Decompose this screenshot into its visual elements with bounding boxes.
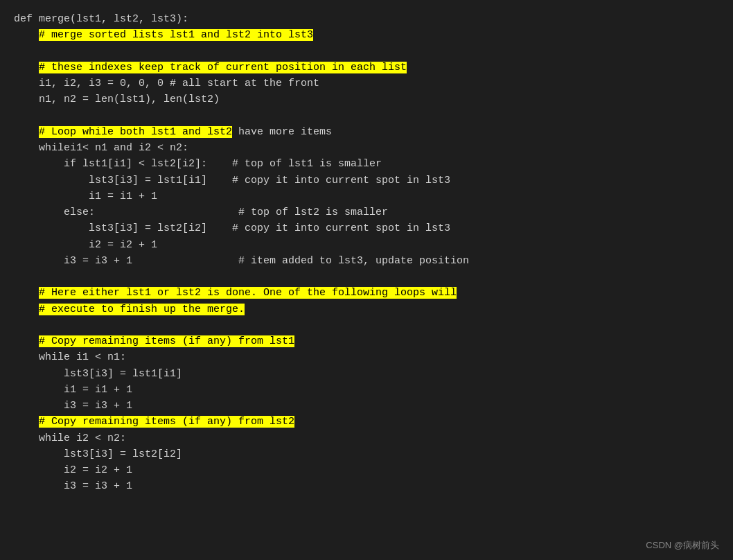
normal-code: i1 = i1 + 1 bbox=[14, 191, 157, 202]
code-line: i1 = i1 + 1 bbox=[14, 189, 719, 204]
code-line: # Here either lst1 or lst2 is done. One … bbox=[14, 285, 719, 301]
normal-code bbox=[14, 29, 39, 41]
code-line: lst3[i3] = lst1[i1] # copy it into curre… bbox=[14, 173, 719, 189]
normal-code: have more items bbox=[232, 126, 332, 138]
normal-code: i1 = i1 + 1 bbox=[14, 384, 132, 396]
normal-code: i2 = i2 + 1 bbox=[14, 239, 157, 251]
highlighted-code: # Copy remaining items (if any) from lst… bbox=[39, 335, 294, 347]
code-line: i2 = i2 + 1 bbox=[14, 462, 719, 478]
normal-code: i2 = i2 + 1 bbox=[14, 464, 132, 476]
code-line: # Loop while both lst1 and lst2 have mor… bbox=[14, 124, 719, 140]
code-line: while i1 < n1: bbox=[14, 349, 719, 365]
watermark: CSDN @病树前头 bbox=[646, 539, 719, 552]
normal-code: i3 = i3 + 1 bbox=[14, 480, 132, 492]
normal-code: i3 = i3 + 1 bbox=[14, 400, 132, 412]
code-line: i3 = i3 + 1 bbox=[14, 478, 719, 494]
code-line: # Copy remaining items (if any) from lst… bbox=[14, 414, 719, 430]
normal-code: lst3[i3] = lst1[i1] bbox=[14, 368, 182, 380]
code-line: whilei1< n1 and i2 < n2: bbox=[14, 140, 719, 156]
normal-code: n1, n2 = len(lst1), len(lst2) bbox=[14, 94, 220, 105]
code-line: if lst1[i1] < lst2[i2]: # top of lst1 is… bbox=[14, 156, 719, 172]
normal-code: i1, i2, i3 = 0, 0, 0 # all start at the … bbox=[14, 78, 319, 89]
code-line: i3 = i3 + 1 # item added to lst3, update… bbox=[14, 253, 719, 269]
code-line: while i2 < n2: bbox=[14, 430, 719, 446]
normal-code: else: # top of lst2 is smaller bbox=[14, 207, 388, 218]
code-line: i1, i2, i3 = 0, 0, 0 # all start at the … bbox=[14, 76, 719, 91]
code-line bbox=[14, 108, 719, 124]
code-line: n1, n2 = len(lst1), len(lst2) bbox=[14, 91, 719, 107]
normal-code: if lst1[i1] < lst2[i2]: # top of lst1 is… bbox=[14, 158, 382, 170]
code-block: def merge(lst1, lst2, lst3): # merge sor… bbox=[14, 11, 719, 495]
code-line bbox=[14, 44, 719, 60]
highlighted-code: # execute to finish up the merge. bbox=[39, 304, 245, 315]
normal-code: while i1 < n1: bbox=[14, 351, 126, 363]
code-line: # execute to finish up the merge. bbox=[14, 301, 719, 317]
normal-code: lst3[i3] = lst2[i2] bbox=[14, 448, 182, 460]
code-line: i3 = i3 + 1 bbox=[14, 398, 719, 414]
code-container: def merge(lst1, lst2, lst3): # merge sor… bbox=[0, 0, 733, 560]
normal-code bbox=[14, 126, 39, 138]
code-line: lst3[i3] = lst1[i1] bbox=[14, 366, 719, 382]
code-line bbox=[14, 317, 719, 333]
code-line: # Copy remaining items (if any) from lst… bbox=[14, 333, 719, 349]
normal-code: i3 = i3 + 1 # item added to lst3, update… bbox=[14, 255, 469, 267]
normal-code bbox=[14, 304, 39, 315]
normal-code bbox=[14, 416, 39, 428]
highlighted-code: # these indexes keep track of current po… bbox=[39, 62, 407, 73]
highlighted-code: # Here either lst1 or lst2 is done. One … bbox=[39, 287, 457, 299]
normal-code bbox=[14, 287, 39, 299]
code-line bbox=[14, 269, 719, 285]
highlighted-code: # merge sorted lists lst1 and lst2 into … bbox=[39, 29, 313, 41]
normal-code: lst3[i3] = lst2[i2] # copy it into curre… bbox=[14, 222, 450, 234]
code-line: i2 = i2 + 1 bbox=[14, 237, 719, 253]
normal-code: while i2 < n2: bbox=[14, 432, 126, 444]
normal-code: whilei1< n1 and i2 < n2: bbox=[14, 142, 188, 154]
highlighted-code: # Copy remaining items (if any) from lst… bbox=[39, 416, 294, 428]
code-line: lst3[i3] = lst2[i2] bbox=[14, 446, 719, 462]
normal-code: lst3[i3] = lst1[i1] # copy it into curre… bbox=[14, 175, 450, 186]
normal-code: def merge(lst1, lst2, lst3): bbox=[14, 13, 188, 25]
code-line: i1 = i1 + 1 bbox=[14, 382, 719, 398]
normal-code bbox=[14, 335, 39, 347]
code-line: lst3[i3] = lst2[i2] # copy it into curre… bbox=[14, 220, 719, 236]
highlighted-code: # Loop while both lst1 and lst2 bbox=[39, 126, 232, 138]
code-line: # these indexes keep track of current po… bbox=[14, 60, 719, 76]
normal-code bbox=[14, 62, 39, 73]
code-line: def merge(lst1, lst2, lst3): bbox=[14, 11, 719, 27]
code-line: else: # top of lst2 is smaller bbox=[14, 204, 719, 220]
code-line: # merge sorted lists lst1 and lst2 into … bbox=[14, 27, 719, 43]
